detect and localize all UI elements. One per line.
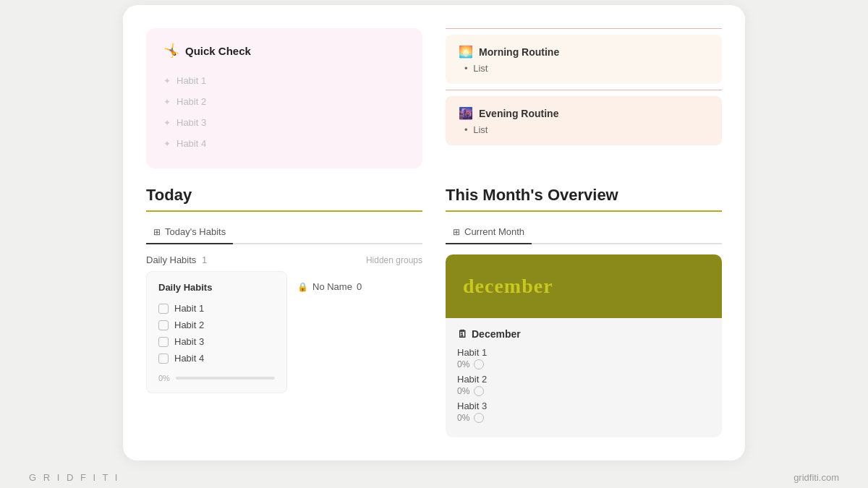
main-card: 🤸 Quick Check ✦ Habit 1 ✦ Habit 2 ✦ Habi…: [123, 5, 745, 461]
brand-label: G R I D F I T I: [29, 472, 119, 483]
today-section: Today ⊞ Today's Habits Daily Habits 1 Hi…: [146, 186, 422, 437]
habit-progress-row: Habit 1: [457, 347, 710, 358]
evening-list-item: • List: [459, 124, 709, 135]
circle-indicator: [474, 359, 484, 369]
habit-check-item: Habit 2: [158, 317, 275, 333]
tab-todays-habits[interactable]: ⊞ Today's Habits: [146, 222, 233, 244]
tab-current-month[interactable]: ⊞ Current Month: [446, 222, 532, 244]
progress-row: 0%: [158, 374, 275, 382]
habit-check-item: Habit 4: [158, 350, 275, 367]
habit-checkbox[interactable]: [158, 337, 169, 347]
month-label: December: [472, 328, 521, 340]
list-item: ✦ Habit 4: [163, 133, 405, 154]
quick-check-card: 🤸 Quick Check ✦ Habit 1 ✦ Habit 2 ✦ Habi…: [146, 28, 422, 168]
no-name-row: 🔒 No Name 0: [297, 281, 362, 292]
habit-label: Habit 1: [176, 75, 206, 86]
overview-divider: [446, 210, 722, 212]
habit-pct-row: 0%: [457, 413, 710, 423]
morning-list-label: List: [473, 63, 488, 74]
habit-checkbox[interactable]: [158, 354, 169, 364]
habit-check-item: Habit 3: [158, 333, 275, 350]
bullet-icon: •: [464, 124, 468, 135]
evening-routine-title: Evening Routine: [479, 108, 558, 119]
overview-card: december 🗓 December Habit 1 0% Habit 2: [446, 254, 722, 437]
habit-checkbox[interactable]: [158, 304, 169, 314]
habit-name: Habit 4: [174, 353, 204, 364]
evening-list-label: List: [473, 124, 488, 135]
morning-routine-title: Morning Routine: [479, 46, 559, 58]
routines-section: 🌅 Morning Routine • List 🌆 Evening Routi…: [446, 28, 722, 168]
sparkle-icon: ✦: [163, 139, 171, 149]
daily-habits-title: Daily Habits: [158, 282, 275, 293]
today-title: Today: [146, 186, 422, 205]
habit-pct-row: 0%: [457, 386, 710, 396]
morning-list-item: • List: [459, 63, 709, 74]
progress-bar-bg: [176, 377, 275, 380]
overview-section: This Month's Overview ⊞ Current Month de…: [446, 186, 722, 437]
hidden-groups-label: Hidden groups: [366, 255, 422, 265]
list-item: ✦ Habit 1: [163, 70, 405, 91]
morning-icon: 🌅: [459, 45, 473, 59]
overview-tab-bar: ⊞ Current Month: [446, 222, 722, 244]
list-item: ✦ Habit 2: [163, 91, 405, 112]
habit-label: Habit 2: [176, 96, 206, 107]
quick-check-title: Quick Check: [185, 45, 251, 57]
url-label: gridfiti.com: [793, 472, 839, 483]
december-banner: december: [446, 254, 722, 318]
sparkle-icon: ✦: [163, 76, 171, 86]
sparkle-icon: ✦: [163, 97, 171, 107]
habit-name: Habit 3: [174, 336, 204, 347]
habits-group-header: Daily Habits 1 Hidden groups: [146, 254, 422, 265]
today-divider: [146, 210, 422, 212]
habit-name: Habit 2: [174, 320, 204, 330]
habit-label: Habit 3: [176, 117, 206, 128]
circle-indicator: [474, 413, 484, 423]
progress-label: 0%: [158, 374, 170, 382]
overview-title: This Month's Overview: [446, 186, 722, 205]
quick-check-header: 🤸 Quick Check: [163, 43, 405, 59]
daily-habits-group-label: Daily Habits 1: [146, 254, 207, 265]
habits-box: Daily Habits Habit 1 Habit 2 Habit 3 Hab…: [146, 271, 287, 393]
overview-content: 🗓 December Habit 1 0% Habit 2 0%: [446, 318, 722, 437]
tab-label: Current Month: [464, 226, 524, 237]
quick-check-icon: 🤸: [163, 43, 179, 59]
month-emoji: 🗓: [457, 328, 467, 340]
morning-routine-header: 🌅 Morning Routine: [459, 45, 709, 59]
overview-month-header: 🗓 December: [457, 328, 710, 340]
evening-routine-card: 🌆 Evening Routine • List: [446, 96, 722, 145]
footer: G R I D F I T I gridfiti.com: [0, 461, 868, 483]
today-row: Daily Habits Habit 1 Habit 2 Habit 3 Hab…: [146, 271, 422, 393]
no-name-label: No Name: [312, 281, 352, 292]
morning-routine-card: 🌅 Morning Routine • List: [446, 35, 722, 84]
bullet-icon: •: [464, 63, 468, 74]
evening-icon: 🌆: [459, 106, 473, 120]
habit-checkbox[interactable]: [158, 320, 169, 330]
list-item: ✦ Habit 3: [163, 112, 405, 133]
habit-progress-row: Habit 3: [457, 401, 710, 411]
table-icon: ⊞: [153, 227, 161, 237]
calendar-grid-icon: ⊞: [453, 227, 460, 237]
lock-icon: 🔒: [297, 282, 308, 292]
today-tab-bar: ⊞ Today's Habits: [146, 222, 422, 244]
no-name-count: 0: [357, 281, 362, 292]
circle-indicator: [474, 386, 484, 396]
habit-check-item: Habit 1: [158, 300, 275, 317]
tab-label: Today's Habits: [165, 226, 226, 237]
evening-routine-header: 🌆 Evening Routine: [459, 106, 709, 120]
habit-label: Habit 4: [176, 138, 206, 149]
habit-progress-row: Habit 2: [457, 374, 710, 385]
habit-name: Habit 1: [174, 303, 204, 314]
sparkle-icon: ✦: [163, 118, 171, 128]
habit-pct-row: 0%: [457, 359, 710, 369]
